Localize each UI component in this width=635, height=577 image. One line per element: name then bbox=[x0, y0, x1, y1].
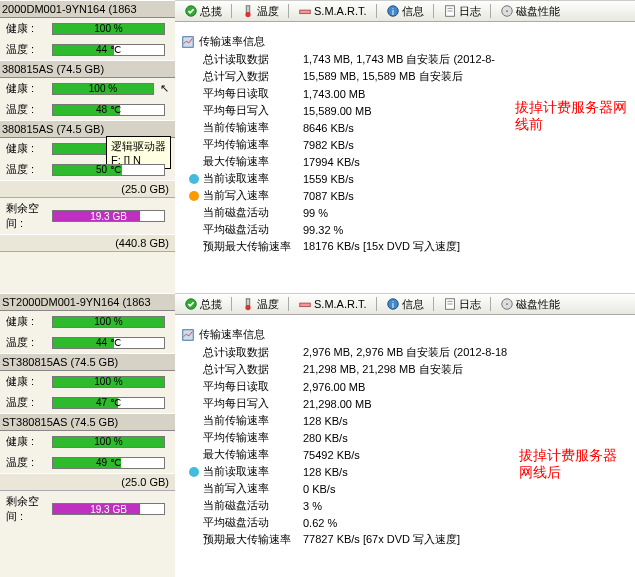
svg-rect-1 bbox=[246, 6, 250, 13]
side-bot: ST2000DM001-9YN164 (1863 健康 :100 % 温度 :4… bbox=[0, 293, 175, 577]
tab-info[interactable]: i信息 bbox=[381, 2, 429, 21]
tab-smart[interactable]: S.M.A.R.T. bbox=[293, 2, 372, 20]
tab-temp[interactable]: 温度 bbox=[236, 295, 284, 314]
tab-temp[interactable]: 温度 bbox=[236, 2, 284, 21]
tab-overview[interactable]: 总揽 bbox=[179, 295, 227, 314]
drive-header[interactable]: ST380815AS (74.5 GB) bbox=[0, 353, 175, 371]
drive-header[interactable]: ST2000DM001-9YN164 (1863 bbox=[0, 293, 175, 311]
free-label: 剩余空间 : bbox=[6, 201, 48, 231]
svg-point-14 bbox=[245, 305, 250, 310]
svg-text:i: i bbox=[392, 300, 394, 310]
temp-label: 温度 : bbox=[6, 42, 48, 57]
tab-perf[interactable]: 磁盘性能 bbox=[495, 2, 565, 21]
tab-perf[interactable]: 磁盘性能 bbox=[495, 295, 565, 314]
info-header: 传输速率信息 bbox=[175, 30, 635, 51]
health-bar: 100 % bbox=[52, 23, 165, 35]
main-bot: 总揽 温度 S.M.A.R.T. i信息 日志 磁盘性能 传输速率信息 总计读取… bbox=[175, 293, 635, 577]
read-dot-icon bbox=[189, 174, 199, 184]
tab-log[interactable]: 日志 bbox=[438, 2, 486, 21]
svg-rect-3 bbox=[300, 10, 311, 14]
info-rows: 总计读取数据1,743 MB, 1,743 MB 自安装后 (2012-8- 总… bbox=[175, 51, 635, 255]
chart-icon bbox=[181, 328, 195, 342]
health-label: 健康 : bbox=[6, 21, 48, 36]
tab-overview[interactable]: 总揽 bbox=[179, 2, 227, 21]
tab-log[interactable]: 日志 bbox=[438, 295, 486, 314]
svg-point-22 bbox=[506, 303, 508, 305]
toolbar: 总揽 温度 S.M.A.R.T. i信息 日志 磁盘性能 bbox=[175, 293, 635, 315]
svg-rect-13 bbox=[246, 299, 250, 306]
size-row: (440.8 GB) bbox=[0, 234, 175, 252]
tab-info[interactable]: i信息 bbox=[381, 295, 429, 314]
drive-header[interactable]: 380815AS (74.5 GB) bbox=[0, 60, 175, 78]
tab-smart[interactable]: S.M.A.R.T. bbox=[293, 295, 372, 313]
main-top: 总揽 温度 S.M.A.R.T. i信息 日志 磁盘性能 传输速率信息 总计读取… bbox=[175, 0, 635, 293]
svg-rect-15 bbox=[300, 303, 311, 307]
chart-icon bbox=[181, 35, 195, 49]
drive-header[interactable]: 2000DM001-9YN164 (1863 bbox=[0, 0, 175, 18]
annotation-bot: 拔掉计费服务器网线后 bbox=[519, 448, 617, 482]
size-row: (25.0 GB) bbox=[0, 180, 175, 198]
cursor-icon: ↖ bbox=[160, 82, 169, 95]
side-top: 2000DM001-9YN164 (1863 健康 :100 % 温度 :44 … bbox=[0, 0, 175, 293]
read-dot-icon bbox=[189, 467, 199, 477]
svg-text:i: i bbox=[392, 7, 394, 17]
svg-point-10 bbox=[506, 10, 508, 12]
info-rows: 总计读取数据2,976 MB, 2,976 MB 自安装后 (2012-8-18… bbox=[175, 344, 635, 548]
svg-point-2 bbox=[245, 12, 250, 17]
info-header: 传输速率信息 bbox=[175, 323, 635, 344]
drive-header[interactable]: ST380815AS (74.5 GB) bbox=[0, 413, 175, 431]
temp-bar: 44 ℃ bbox=[52, 44, 165, 56]
annotation-top: 拔掉计费服务器网线前 bbox=[515, 100, 627, 134]
toolbar: 总揽 温度 S.M.A.R.T. i信息 日志 磁盘性能 bbox=[175, 0, 635, 22]
write-dot-icon bbox=[189, 191, 199, 201]
